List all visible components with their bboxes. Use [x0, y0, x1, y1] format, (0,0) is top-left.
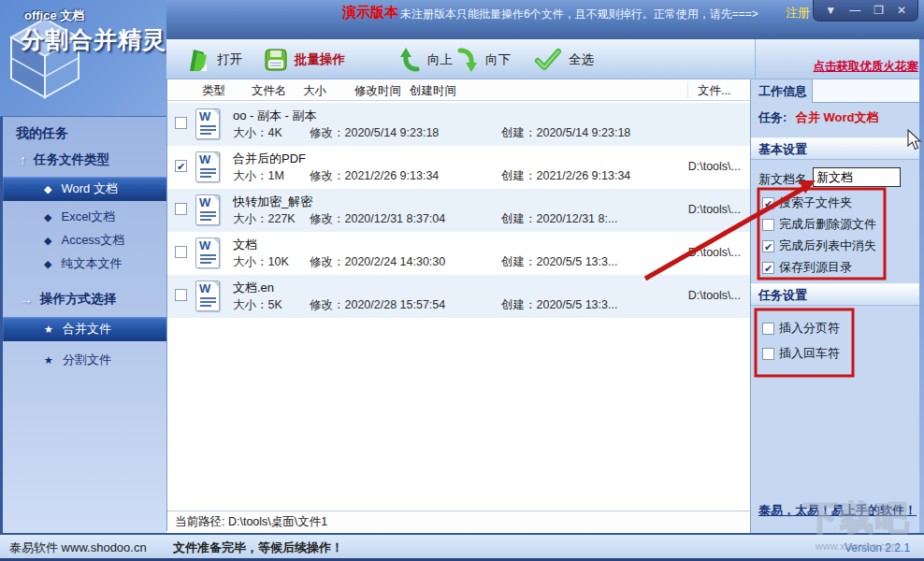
settings-panel: 工作信息 任务: 合并 Word文档 基本设置 新文档名 ✔ 搜索子文件夹 完成… [750, 79, 919, 533]
option-label: 完成后删除源文件 [779, 216, 876, 233]
created-value: 2020/12/31 8:... [537, 212, 618, 225]
file-row[interactable]: W 文档.en 大小：5K修改：2020/2/28 15:57:54创建：202… [167, 275, 750, 318]
file-row[interactable]: W 文档 大小：10K修改：2020/2/24 14:30:30创建：2020/… [167, 232, 750, 275]
row-checkbox[interactable] [175, 117, 187, 129]
batch-operation-button[interactable]: 批量操作 [263, 45, 345, 75]
sidebar-item-label: 纯文本文件 [61, 255, 122, 272]
sidebar-item-access[interactable]: ◆ Access文档 [3, 228, 169, 252]
file-row[interactable]: W oo - 副本 - 副本 大小：4K修改：2020/5/14 9:23:18… [167, 103, 750, 146]
sidebar-item-excel[interactable]: ◆ Excel文档 [3, 205, 169, 229]
column-header-created[interactable]: 创建时间 [410, 83, 456, 99]
select-all-button[interactable]: 全选 [533, 45, 594, 75]
option-insert-carriage-return[interactable]: 插入回车符 [762, 345, 840, 362]
size-value: 1M [268, 169, 284, 182]
move-down-button[interactable]: 向下 [455, 45, 511, 75]
column-header-type[interactable]: 类型 [202, 83, 225, 99]
diamond-icon: ◆ [44, 258, 51, 270]
tab-work-info[interactable]: 工作信息 [751, 79, 813, 103]
maximize-icon[interactable]: ❐ [873, 5, 884, 16]
file-name: 文档.en [233, 280, 274, 296]
floppy-disk-icon [263, 47, 289, 73]
list-header: 类型 文件名 大小 修改时间 创建时间 文件... [167, 79, 751, 101]
option-label: 搜索子文件夹 [779, 194, 852, 211]
size-value: 4K [268, 126, 282, 139]
modified-label: 修改： [310, 298, 345, 311]
file-name: 合并后的PDF [233, 151, 306, 167]
sidebar-group-file-types[interactable]: ↑ 任务文件类型 [20, 151, 109, 168]
modified-label: 修改： [310, 126, 345, 139]
new-doc-name-input[interactable] [813, 167, 901, 187]
move-up-button[interactable]: 向上 [397, 45, 453, 75]
checkbox[interactable]: ✔ [762, 262, 774, 274]
size-label: 大小： [233, 255, 268, 268]
option-search-subfolders[interactable]: ✔ 搜索子文件夹 [762, 194, 852, 211]
column-header-modified[interactable]: 修改时间 [354, 83, 401, 99]
diamond-icon: ◆ [44, 183, 51, 195]
sidebar-item-plaintext[interactable]: ◆ 纯文本文件 [3, 252, 169, 276]
created-label: 创建： [501, 212, 537, 225]
option-insert-page-break[interactable]: 插入分页符 [762, 320, 840, 337]
size-value: 227K [268, 212, 296, 225]
sidebar-group-operation-mode[interactable]: → 操作方式选择 [20, 291, 116, 308]
checkbox[interactable] [762, 219, 774, 231]
logo-subtitle: office 文档 [24, 7, 84, 24]
row-checkbox[interactable] [175, 289, 187, 301]
promo-link[interactable]: 点击获取优质火花塞 [814, 59, 919, 75]
row-checkbox[interactable] [175, 246, 187, 258]
file-path: D:\tools\... [688, 160, 741, 173]
option-remove-from-list-after[interactable]: ✔ 完成后列表中消失 [762, 237, 876, 254]
created-value: 2020/5/5 13:3... [537, 298, 618, 311]
register-link[interactable]: 注册 [786, 5, 810, 22]
file-details: 大小：5K修改：2020/2/28 15:57:54创建：2020/5/5 13… [233, 297, 617, 313]
word-document-icon: W [195, 237, 220, 268]
file-details: 大小：4K修改：2020/5/14 9:23:18创建：2020/5/14 9:… [233, 125, 630, 141]
open-button[interactable]: 打开 [185, 45, 242, 75]
size-label: 大小： [233, 169, 268, 182]
option-label: 保存到源目录 [779, 259, 852, 276]
created-value: 2020/5/14 9:23:18 [537, 126, 631, 139]
sidebar-item-label: Excel文档 [61, 209, 115, 225]
task-value: 合并 Word文档 [796, 110, 879, 124]
column-header-path[interactable]: 文件... [698, 83, 730, 99]
row-checkbox[interactable]: ✔ [175, 160, 187, 172]
current-path-bar: 当前路径: D:\tools\桌面\文件1 [167, 511, 751, 531]
company-text: 泰易软件 www.shodoo.cn [9, 539, 147, 556]
word-document-icon: W [195, 108, 220, 139]
option-delete-source-after[interactable]: 完成后删除源文件 [762, 216, 876, 233]
task-label: 任务: [758, 110, 787, 124]
open-folder-icon [185, 46, 211, 74]
sidebar-item-word[interactable]: ◆ Word 文档 [3, 177, 169, 201]
file-details: 大小：10K修改：2020/2/24 14:30:30创建：2020/5/5 1… [233, 254, 617, 270]
file-details: 大小：1M修改：2021/2/26 9:13:34创建：2021/2/26 9:… [233, 168, 630, 184]
file-row[interactable]: ✔ W 合并后的PDF 大小：1M修改：2021/2/26 9:13:34创建：… [167, 146, 750, 189]
panel-tab-row: 工作信息 [751, 79, 920, 103]
up-arrow-icon [397, 47, 422, 73]
word-document-icon: W [195, 151, 220, 182]
diamond-icon: ◆ [44, 235, 51, 247]
checkbox[interactable] [762, 323, 774, 335]
minimize-icon[interactable]: — [849, 5, 860, 16]
sidebar-item-merge[interactable]: ★ 合并文件 [3, 317, 169, 341]
sidebar-item-split[interactable]: ★ 分割文件 [3, 348, 169, 372]
modified-value: 2021/2/26 9:13:34 [345, 169, 440, 182]
close-icon[interactable]: ✕ [897, 5, 906, 16]
file-name: oo - 副本 - 副本 [233, 108, 317, 124]
version-text: Version 2.2.1 [845, 541, 910, 554]
created-label: 创建： [501, 126, 537, 139]
sidebar-group-label: 操作方式选择 [40, 291, 116, 308]
row-checkbox[interactable] [175, 203, 187, 215]
file-row[interactable]: W 快转加密_解密 大小：227K修改：2020/12/31 8:37:04创建… [167, 189, 750, 232]
column-header-size[interactable]: 大小 [303, 83, 326, 99]
status-message: 文件准备完毕，等候后续操作！ [173, 539, 343, 556]
option-save-to-source-dir[interactable]: ✔ 保存到源目录 [762, 259, 852, 276]
menu-dropdown-icon[interactable]: ▼ [825, 5, 836, 16]
checkbox[interactable]: ✔ [762, 240, 774, 252]
slogan-link[interactable]: 泰易，太易！易上手的软件！ [758, 502, 917, 519]
star-icon: ★ [44, 324, 53, 336]
open-label: 打开 [217, 51, 242, 68]
section-task-settings[interactable]: 任务设置 [751, 283, 920, 306]
checkbox[interactable]: ✔ [762, 197, 774, 209]
checkbox[interactable] [762, 348, 774, 360]
section-basic-settings[interactable]: 基本设置 [751, 137, 920, 160]
column-header-filename[interactable]: 文件名 [252, 83, 287, 99]
